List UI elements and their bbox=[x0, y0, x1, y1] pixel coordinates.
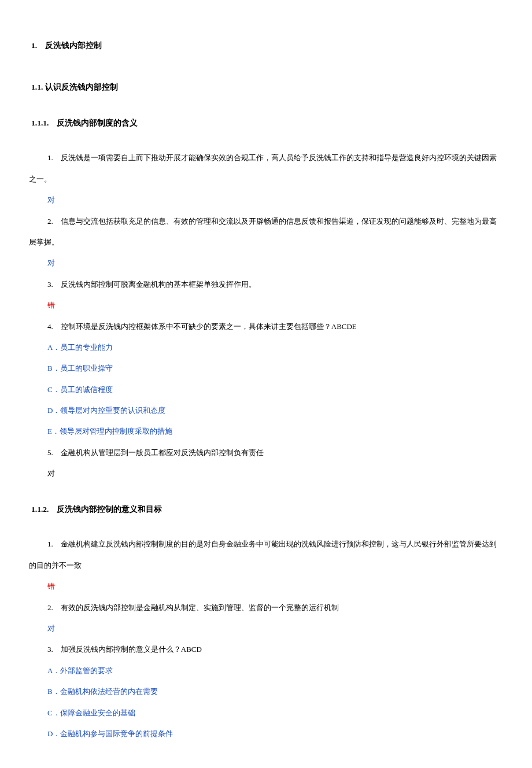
option-e: E．领导层对管理内控制度采取的措施 bbox=[29, 421, 503, 442]
answer-plain: 对 bbox=[29, 463, 503, 484]
heading-3: 1.1.2. 反洗钱内部控制的意义和目标 bbox=[29, 499, 503, 520]
heading-3: 1.1.1. 反洗钱内部制度的含义 bbox=[29, 112, 503, 134]
option-b: B．金融机构依法经营的内在需要 bbox=[29, 681, 503, 702]
answer-correct: 对 bbox=[29, 190, 503, 211]
question-text: 2. 信息与交流包括获取充足的信息、有效的管理和交流以及开辟畅通的信息反馈和报告… bbox=[29, 211, 503, 253]
question-text: 5. 金融机构从管理层到一般员工都应对反洗钱内部控制负有责任 bbox=[29, 442, 503, 463]
question-text: 3. 反洗钱内部控制可脱离金融机构的基本框架单独发挥作用。 bbox=[29, 274, 503, 295]
heading-1: 1. 反洗钱内部控制 bbox=[29, 35, 503, 57]
question-text: 1. 金融机构建立反洗钱内部控制制度的目的是对自身金融业务中可能出现的洗钱风险进… bbox=[29, 534, 503, 576]
section-1-1-1: 1.1.1. 反洗钱内部制度的含义 1. 反洗钱是一项需要自上而下推动开展才能确… bbox=[29, 112, 503, 485]
option-a: A．员工的专业能力 bbox=[29, 337, 503, 358]
heading-2: 1.1. 认识反洗钱内部控制 bbox=[29, 76, 503, 98]
option-d: D．金融机构参与国际竞争的前提条件 bbox=[29, 723, 503, 744]
answer-correct: 对 bbox=[29, 618, 503, 639]
answer-wrong: 错 bbox=[29, 295, 503, 316]
option-a: A．外部监管的要求 bbox=[29, 660, 503, 681]
option-b: B．员工的职业操守 bbox=[29, 358, 503, 379]
section-1-1-2: 1.1.2. 反洗钱内部控制的意义和目标 1. 金融机构建立反洗钱内部控制制度的… bbox=[29, 499, 503, 745]
question-text: 3. 加强反洗钱内部控制的意义是什么？ABCD bbox=[29, 639, 503, 660]
question-text: 2. 有效的反洗钱内部控制是金融机构从制定、实施到管理、监督的一个完整的运行机制 bbox=[29, 597, 503, 618]
question-text: 1. 反洗钱是一项需要自上而下推动开展才能确保实效的合规工作，高人员给予反洗钱工… bbox=[29, 147, 503, 190]
answer-wrong: 错 bbox=[29, 576, 503, 597]
option-d: D．领导层对内控重要的认识和态度 bbox=[29, 400, 503, 421]
answer-correct: 对 bbox=[29, 253, 503, 274]
option-c: C．员工的诚信程度 bbox=[29, 379, 503, 400]
question-text: 4. 控制环境是反洗钱内控框架体系中不可缺少的要素之一，具体来讲主要包括哪些？A… bbox=[29, 316, 503, 337]
option-c: C．保障金融业安全的基础 bbox=[29, 703, 503, 723]
